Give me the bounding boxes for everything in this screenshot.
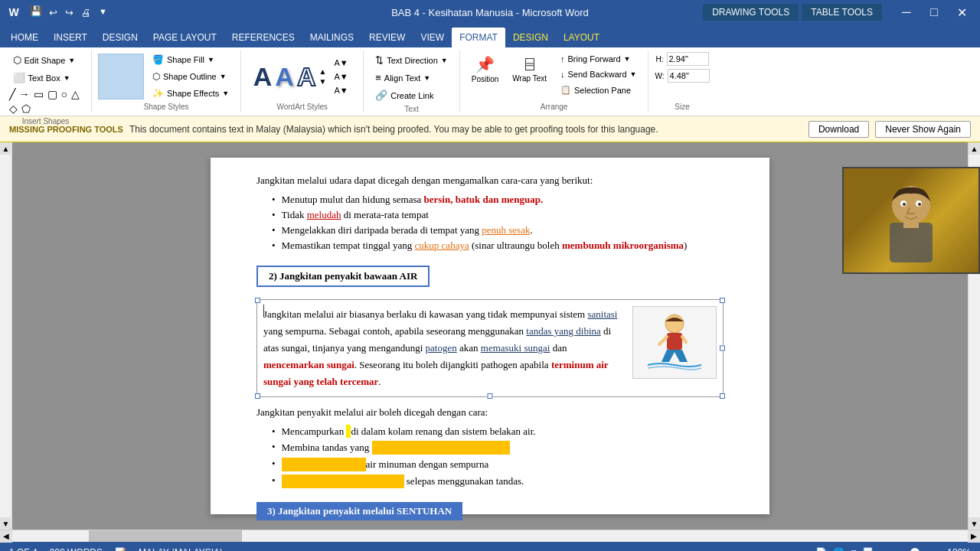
scroll-down-btn[interactable]: ▼: [969, 517, 981, 530]
window-title: BAB 4 - Kesihatan Manusia - Microsoft Wo…: [391, 7, 589, 18]
text-effects-btn[interactable]: A▼: [331, 84, 351, 96]
hscroll-thumb[interactable]: [89, 530, 242, 542]
tab-view[interactable]: VIEW: [413, 28, 452, 47]
shape-round-rect[interactable]: ▢: [46, 87, 59, 101]
download-btn[interactable]: Download: [808, 121, 869, 138]
shape-triangle[interactable]: △: [70, 87, 81, 101]
height-label: H:: [656, 55, 664, 64]
minimize-btn[interactable]: ─: [894, 0, 919, 24]
text-outline-btn[interactable]: A▼: [331, 70, 351, 83]
close-btn[interactable]: ✕: [949, 0, 974, 24]
tab-layout[interactable]: LAYOUT: [556, 28, 607, 47]
cartoon-image: [632, 306, 717, 379]
spell-check-icon[interactable]: 📝: [115, 547, 126, 551]
tab-home[interactable]: HOME: [3, 28, 46, 47]
redo-btn[interactable]: ↪: [62, 5, 77, 20]
send-backward-btn[interactable]: ↓ Send Backward ▼: [555, 67, 642, 81]
section-2-header: 2) Jangkitan penyakit bawaan AIR: [256, 266, 430, 287]
shape-fill-btn[interactable]: 🪣 Shape Fill ▼: [147, 52, 234, 67]
align-text-btn[interactable]: ≡ Align Text ▼: [370, 70, 436, 86]
text-fill-btn[interactable]: A▼: [331, 57, 351, 69]
hscroll-track[interactable]: [12, 530, 968, 542]
bullet-6: • Membina tandas yang: [256, 441, 724, 455]
shape-rect[interactable]: ▭: [32, 87, 45, 101]
status-bar-right: 📄 🌐 ≡ 📃 100%: [815, 547, 971, 551]
shape-style-preview[interactable]: [98, 54, 144, 99]
scroll-down-btn-left[interactable]: ▼: [0, 517, 12, 530]
shape-styles-label: Shape Styles: [144, 101, 189, 111]
edit-shape-btn[interactable]: ⬡ Edit Shape ▼: [8, 52, 81, 68]
drawing-tools-tab: DRAWING TOOLS: [703, 4, 799, 21]
arrange-group: 📌 Position ⌸ Wrap Text ↑ Bring Forward ▼…: [460, 51, 649, 112]
customize-qat-btn[interactable]: ▼: [96, 5, 110, 20]
wordart-scroll-up[interactable]: ▲: [318, 67, 326, 76]
tab-insert[interactable]: INSERT: [46, 28, 95, 47]
wordart-style-3[interactable]: A: [297, 62, 316, 92]
svg-rect-3: [890, 223, 933, 262]
shape-line[interactable]: ╱: [8, 87, 17, 101]
view-normal-btn[interactable]: 📄: [815, 547, 827, 551]
hscroll-right-btn[interactable]: ▶: [968, 530, 980, 543]
quick-save-btn[interactable]: 💾: [28, 5, 44, 20]
resize-handle-rm[interactable]: [720, 346, 725, 351]
resize-handle-tl[interactable]: [255, 298, 260, 303]
text-direction-btn[interactable]: ⇅ Text Direction ▼: [370, 52, 453, 68]
text-box-btn[interactable]: ⬜ Text Box ▼: [8, 70, 76, 86]
shape-pentagon[interactable]: ⬠: [20, 102, 32, 116]
position-btn[interactable]: 📌 Position: [466, 52, 505, 86]
never-show-again-btn[interactable]: Never Show Again: [875, 121, 971, 138]
shape-effects-btn[interactable]: ✨ Shape Effects ▼: [147, 86, 234, 101]
height-input[interactable]: [667, 52, 709, 66]
svg-point-8: [918, 203, 921, 206]
wrap-text-btn[interactable]: ⌸ Wrap Text: [507, 52, 552, 86]
scroll-up-btn-left[interactable]: ▲: [0, 142, 12, 155]
shape-diamond[interactable]: ◇: [8, 102, 19, 116]
selection-pane-btn[interactable]: 📋 Selection Pane: [555, 83, 642, 97]
zoom-level[interactable]: 100%: [947, 547, 971, 551]
tab-format[interactable]: FORMAT: [452, 28, 505, 47]
svg-point-0: [665, 315, 684, 333]
create-link-btn[interactable]: 🔗 Create Link: [370, 87, 439, 103]
bullet-8: • selepas menggunakan tandas.: [256, 474, 724, 488]
intro-text: Jangkitan melalui udara dapat dicegah de…: [256, 173, 724, 189]
shape-oval[interactable]: ○: [60, 87, 69, 101]
tab-mailings[interactable]: MAILINGS: [302, 28, 361, 47]
tab-design[interactable]: DESIGN: [95, 28, 145, 47]
view-outline-btn[interactable]: ≡: [851, 547, 856, 551]
resize-handle-bm[interactable]: [488, 393, 493, 399]
horizontal-scrollbar[interactable]: ◀ ▶: [0, 530, 980, 542]
wordart-style-1[interactable]: A: [253, 62, 273, 92]
bullet-5: • Mencampurkan di dalam kolam renang dan…: [256, 425, 724, 438]
tab-page-layout[interactable]: PAGE LAYOUT: [145, 28, 224, 47]
vertical-scrollbar-left[interactable]: ▲ ▼: [0, 142, 12, 530]
tab-references[interactable]: REFERENCES: [224, 28, 302, 47]
wordart-styles-group: A A A ▲ ▼ A▼ A▼ A▼ WordArt Styles: [241, 51, 364, 112]
resize-handle-bl[interactable]: [255, 393, 260, 399]
scroll-up-btn[interactable]: ▲: [969, 142, 981, 155]
ribbon-tabs: HOME INSERT DESIGN PAGE LAYOUT REFERENCE…: [0, 24, 980, 47]
language[interactable]: MALAY (MALAYSIA): [139, 547, 223, 551]
shape-outline-btn[interactable]: ⬡ Shape Outline ▼: [147, 69, 234, 84]
view-web-btn[interactable]: 🌐: [833, 547, 844, 551]
resize-handle-br[interactable]: [720, 393, 725, 399]
zoom-thumb[interactable]: [910, 548, 920, 551]
wordart-scroll-down[interactable]: ▼: [318, 77, 326, 86]
bullet-1: • Menutup mulut dan hidung semasa bersin…: [256, 194, 724, 206]
tab-design-2[interactable]: DESIGN: [505, 28, 556, 47]
tab-review[interactable]: REVIEW: [361, 28, 413, 47]
print-btn[interactable]: 🖨: [78, 5, 94, 20]
ribbon: ⬡ Edit Shape ▼ ⬜ Text Box ▼ ╱ → ▭ ▢ ○ △ …: [0, 47, 980, 116]
hscroll-left-btn[interactable]: ◀: [0, 530, 12, 543]
resize-handle-tr[interactable]: [720, 298, 725, 303]
shape-arrow[interactable]: →: [18, 87, 31, 101]
view-draft-btn[interactable]: 📃: [862, 547, 874, 551]
text-group-label: Text: [404, 103, 418, 113]
document-page: Jangkitan melalui udara dapat dicegah de…: [211, 158, 769, 514]
wordart-style-2[interactable]: A: [275, 62, 294, 92]
undo-btn[interactable]: ↩: [46, 5, 60, 20]
maximize-btn[interactable]: □: [922, 0, 946, 24]
bring-forward-btn[interactable]: ↑ Bring Forward ▼: [555, 52, 642, 66]
section-2-textbox: Jangkitan melalui air biasanya berlaku d…: [256, 299, 724, 397]
width-input[interactable]: [668, 69, 710, 83]
prevention-text: Jangkitan penyakit melalui air boleh dic…: [256, 405, 724, 421]
